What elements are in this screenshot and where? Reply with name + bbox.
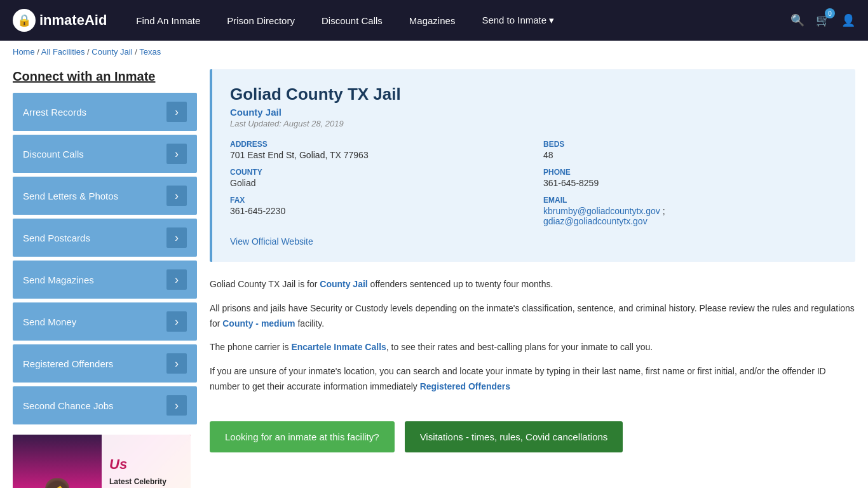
nav-find-inmate[interactable]: Find An Inmate: [126, 10, 210, 31]
logo[interactable]: 🔒 inmateAid: [13, 9, 107, 32]
nav-magazines[interactable]: Magazines: [399, 10, 466, 31]
desc-para2-suffix: facility.: [295, 318, 325, 329]
ad-overlay: Us Latest Celebrity News, Pictures & Ent…: [102, 435, 191, 488]
facility-description: Goliad County TX Jail is for County Jail…: [210, 274, 855, 406]
sidebar-item-discount-calls[interactable]: Discount Calls ›: [13, 135, 197, 173]
desc-county-medium-link[interactable]: County - medium: [222, 318, 295, 329]
email-link1[interactable]: kbrumby@goliadcountytx.gov: [543, 206, 660, 216]
sidebar-arrow-3: ›: [166, 227, 187, 248]
fax-value: 361-645-2230: [230, 206, 524, 216]
facility-updated: Last Updated: August 28, 2019: [230, 119, 837, 128]
desc-para1-suffix: offenders sentenced up to twenty four mo…: [368, 279, 553, 289]
view-website-link[interactable]: View Official Website: [230, 236, 313, 247]
desc-para2: All prisons and jails have Security or C…: [210, 301, 855, 332]
breadcrumb: Home / All Facilities / County Jail / Te…: [0, 41, 868, 63]
facility-details: ADDRESS 701 East End St, Goliad, TX 7796…: [230, 140, 837, 226]
sidebar-arrow-0: ›: [166, 102, 187, 122]
nav-send-to-inmate[interactable]: Send to Inmate ▾: [471, 10, 564, 31]
county-value: Goliad: [230, 178, 524, 188]
header-icons: 🔍 🛒 0 👤: [790, 13, 855, 27]
phone-label: PHONE: [543, 168, 837, 177]
nav-discount-calls[interactable]: Discount Calls: [311, 10, 393, 31]
breadcrumb-county-jail[interactable]: County Jail: [92, 47, 132, 57]
desc-county-jail-link[interactable]: County Jail: [320, 279, 367, 289]
sidebar-arrow-1: ›: [166, 144, 187, 164]
desc-para1: Goliad County TX Jail is for County Jail…: [210, 277, 855, 292]
ad-tagline: Latest Celebrity News, Pictures & Entert…: [109, 477, 183, 488]
sidebar-item-send-magazines[interactable]: Send Magazines ›: [13, 261, 197, 299]
detail-fax: FAX 361-645-2230: [230, 196, 524, 226]
fax-label: FAX: [230, 196, 524, 205]
visitations-button[interactable]: Visitations - times, rules, Covid cancel…: [405, 421, 623, 452]
sidebar: Connect with an Inmate Arrest Records › …: [13, 69, 197, 488]
desc-para4: If you are unsure of your inmate's locat…: [210, 364, 855, 395]
facility-name: Goliad County TX Jail: [230, 85, 837, 104]
cart-badge: 0: [825, 8, 835, 18]
beds-value: 48: [543, 150, 837, 160]
sidebar-item-send-letters[interactable]: Send Letters & Photos ›: [13, 177, 197, 215]
email-link2[interactable]: gdiaz@goliadcountytx.gov: [543, 216, 648, 226]
detail-address: ADDRESS 701 East End St, Goliad, TX 7796…: [230, 140, 524, 160]
detail-county: COUNTY Goliad: [230, 168, 524, 188]
email-value1: kbrumby@goliadcountytx.gov ; gdiaz@golia…: [543, 206, 837, 226]
desc-encartele-link[interactable]: Encartele Inmate Calls: [291, 342, 386, 352]
sidebar-item-arrest-records[interactable]: Arrest Records ›: [13, 93, 197, 131]
sidebar-ad: 👩 Us Latest Celebrity News, Pictures & E…: [13, 435, 191, 488]
breadcrumb-texas[interactable]: Texas: [139, 47, 161, 57]
sidebar-title: Connect with an Inmate: [13, 69, 197, 84]
desc-para4-prefix: If you are unsure of your inmate's locat…: [210, 366, 826, 391]
sidebar-item-second-chance-jobs[interactable]: Second Chance Jobs ›: [13, 386, 197, 424]
logo-icon: 🔒: [13, 9, 36, 32]
user-icon[interactable]: 👤: [841, 13, 855, 27]
nav-prison-directory[interactable]: Prison Directory: [217, 10, 305, 31]
action-buttons: Looking for an inmate at this facility? …: [210, 421, 855, 452]
facility-card: Goliad County TX Jail County Jail Last U…: [210, 69, 855, 262]
ad-photo: 👩: [13, 435, 102, 488]
sidebar-item-registered-offenders[interactable]: Registered Offenders ›: [13, 344, 197, 383]
cart-icon[interactable]: 🛒 0: [816, 13, 830, 27]
main-nav: Find An Inmate Prison Directory Discount…: [126, 10, 771, 31]
sidebar-arrow-2: ›: [166, 186, 187, 206]
looking-for-inmate-button[interactable]: Looking for an inmate at this facility?: [210, 421, 395, 452]
ad-brand: Us: [109, 456, 183, 473]
desc-para3-prefix: The phone carrier is: [210, 342, 291, 352]
detail-beds: BEDS 48: [543, 140, 837, 160]
breadcrumb-all-facilities[interactable]: All Facilities: [41, 47, 85, 57]
main-content: Connect with an Inmate Arrest Records › …: [0, 63, 868, 488]
address-label: ADDRESS: [230, 140, 524, 149]
header: 🔒 inmateAid Find An Inmate Prison Direct…: [0, 0, 868, 41]
logo-text: inmateAid: [39, 12, 107, 29]
county-label: COUNTY: [230, 168, 524, 177]
sidebar-item-send-money[interactable]: Send Money ›: [13, 302, 197, 341]
detail-email: EMAIL kbrumby@goliadcountytx.gov ; gdiaz…: [543, 196, 837, 226]
sidebar-arrow-6: ›: [166, 353, 187, 374]
search-icon[interactable]: 🔍: [790, 13, 804, 27]
facility-type: County Jail: [230, 107, 837, 118]
phone-value: 361-645-8259: [543, 178, 837, 188]
desc-para1-prefix: Goliad County TX Jail is for: [210, 279, 320, 289]
view-website: View Official Website: [230, 236, 837, 247]
desc-registered-offenders-link[interactable]: Registered Offenders: [420, 381, 510, 391]
desc-para3-suffix: , to see their rates and best-calling pl…: [386, 342, 653, 352]
detail-phone: PHONE 361-645-8259: [543, 168, 837, 188]
address-value: 701 East End St, Goliad, TX 77963: [230, 150, 524, 160]
desc-para3: The phone carrier is Encartele Inmate Ca…: [210, 340, 855, 355]
email-label: EMAIL: [543, 196, 837, 205]
beds-label: BEDS: [543, 140, 837, 149]
sidebar-arrow-5: ›: [166, 311, 187, 332]
sidebar-arrow-4: ›: [166, 269, 187, 290]
sidebar-item-send-postcards[interactable]: Send Postcards ›: [13, 219, 197, 257]
sidebar-arrow-7: ›: [166, 395, 187, 416]
content: Goliad County TX Jail County Jail Last U…: [210, 69, 855, 488]
breadcrumb-home[interactable]: Home: [13, 47, 35, 57]
